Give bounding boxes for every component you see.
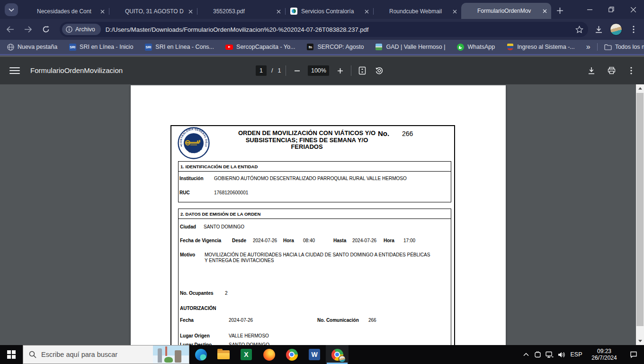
browser-menu-button[interactable] xyxy=(626,22,641,37)
tab-search-button[interactable] xyxy=(5,3,18,16)
rotate-button[interactable] xyxy=(373,64,385,77)
minimize-button[interactable] xyxy=(579,0,600,19)
tab-close-icon[interactable] xyxy=(275,8,282,15)
reload-button[interactable] xyxy=(38,21,54,37)
clock-time: 09:23 xyxy=(585,348,623,355)
tab-necesidades[interactable]: Necesidades de Cont xyxy=(21,4,109,19)
download-button[interactable] xyxy=(591,22,606,37)
clock-date: 26/7/2024 xyxy=(585,355,623,361)
taskbar-explorer-icon[interactable] xyxy=(212,345,235,364)
start-button[interactable] xyxy=(0,345,23,364)
tab-quito[interactable]: QUITO, 31 AGOSTO D xyxy=(109,4,197,19)
tab-close-icon[interactable] xyxy=(187,8,194,15)
bookmark-nueva-pestana[interactable]: Nueva pestaña xyxy=(7,43,57,51)
windows-logo-icon xyxy=(7,350,16,359)
bookmark-label: Ingreso al Sistema -... xyxy=(517,44,575,50)
excel-icon: X xyxy=(241,349,252,360)
action-center-button[interactable] xyxy=(623,345,644,364)
tab-title: 3552053.pdf xyxy=(213,8,273,15)
tab-title: FormularioOrdenMov xyxy=(477,8,539,14)
profile-avatar[interactable] xyxy=(610,23,622,36)
bookmark-gad-valle-hermoso[interactable]: GAD | Valle Hermoso | xyxy=(375,43,445,51)
forward-button[interactable] xyxy=(20,21,36,37)
pdf-document-title: FormularioOrdenMovilizacion xyxy=(30,66,123,74)
chevron-up-icon xyxy=(523,353,529,356)
bookmark-sri-consultas[interactable]: SRI SRI en Línea - Cons... xyxy=(144,43,214,51)
tab-3552053[interactable]: 3552053.pdf xyxy=(197,4,285,19)
bookmark-sri-inicio[interactable]: SRI SRI en Línea - Inicio xyxy=(69,43,133,51)
tab-servicios-contraloria[interactable]: Servicios Contraloría xyxy=(285,4,373,19)
zoom-level-input[interactable]: 100% xyxy=(308,65,329,76)
notification-icon xyxy=(630,351,637,358)
clock[interactable]: 09:23 26/7/2024 xyxy=(585,348,623,361)
tab-close-icon[interactable] xyxy=(541,7,548,15)
tab-close-icon[interactable] xyxy=(363,8,370,15)
address-bar[interactable]: Archivo D:/Users/Master/Downloads/Formul… xyxy=(60,22,588,37)
zoom-in-button[interactable] xyxy=(334,64,346,77)
new-tab-button[interactable] xyxy=(554,5,565,16)
restore-button[interactable] xyxy=(600,0,622,19)
page-number-input[interactable]: 1 xyxy=(256,65,267,76)
hora1-label: Hora xyxy=(283,238,294,243)
tab-formulario-active[interactable]: FormularioOrdenMov xyxy=(461,3,551,19)
windows-taskbar: Escribe aquí para buscar X W xyxy=(0,345,644,364)
taskbar-chrome-icon[interactable] xyxy=(280,345,303,364)
tray-chevron-up[interactable] xyxy=(520,345,532,364)
divider xyxy=(351,65,351,76)
tab-roundcube[interactable]: Roundcube Webmail xyxy=(373,4,461,19)
tray-app-icon[interactable] xyxy=(532,345,544,364)
search-icon xyxy=(29,351,36,358)
taskbar-search-box[interactable]: Escribe aquí para buscar xyxy=(23,345,189,364)
ruc-label: RUC xyxy=(179,190,190,195)
scroll-down-button[interactable] xyxy=(636,337,644,345)
system-tray: ESP 09:23 26/7/2024 xyxy=(520,345,644,364)
url-text[interactable]: D:/Users/Master/Downloads/FormularioOrde… xyxy=(106,26,575,33)
plus-icon xyxy=(337,68,343,74)
taskbar-edge-icon[interactable] xyxy=(189,345,212,364)
zoom-out-button[interactable] xyxy=(291,64,303,77)
ciudad-label: Ciudad xyxy=(180,224,196,229)
volume-icon[interactable] xyxy=(555,345,567,364)
bookmarks-bar: Nueva pestaña SRI SRI en Línea - Inicio … xyxy=(0,40,644,55)
taskbar-word-icon[interactable]: W xyxy=(303,345,326,364)
reload-icon xyxy=(42,26,50,33)
scrollbar-thumb[interactable] xyxy=(636,93,644,326)
fit-page-button[interactable] xyxy=(356,64,368,77)
bookmark-star-icon[interactable] xyxy=(575,26,583,34)
all-bookmarks-button[interactable]: Todos los marcadores xyxy=(604,43,644,51)
page-divider: / xyxy=(271,67,273,74)
desde-label: Desde xyxy=(232,238,246,243)
taskbar-chrome-active[interactable] xyxy=(326,345,349,364)
back-button[interactable] xyxy=(2,21,18,37)
site-info-chip[interactable]: Archivo xyxy=(62,24,101,35)
pdf-menu-button[interactable] xyxy=(9,66,20,75)
network-icon[interactable] xyxy=(544,345,555,364)
back-arrow-icon xyxy=(6,26,14,33)
tab-close-icon[interactable] xyxy=(98,8,106,15)
bookmarks-overflow-button[interactable]: » xyxy=(586,43,590,51)
bookmark-sercopcapacita[interactable]: SercopCapacita - Yo... xyxy=(225,43,295,51)
scroll-up-button[interactable] xyxy=(636,84,644,92)
document-outer-box: CONTRALORÍA GENERAL DEL ESTADO ECUADOR O… xyxy=(170,125,455,345)
search-daily-image[interactable] xyxy=(153,346,189,364)
taskbar-firefox-icon[interactable] xyxy=(258,345,280,364)
vertical-scrollbar[interactable] xyxy=(636,84,644,345)
bookmark-ingreso-sistema[interactable]: Ingreso al Sistema -... xyxy=(506,43,575,51)
pdf-more-button[interactable] xyxy=(625,64,637,77)
more-vertical-icon xyxy=(630,67,632,74)
order-number-label: No. xyxy=(378,129,389,137)
tab-close-icon[interactable] xyxy=(451,8,458,15)
roundcube-favicon xyxy=(378,8,385,15)
taskbar-excel-icon[interactable]: X xyxy=(235,345,258,364)
bookmark-label: SRI en Línea - Cons... xyxy=(155,44,214,50)
language-indicator[interactable]: ESP xyxy=(567,351,585,358)
pdf-toolbar-right xyxy=(585,57,637,84)
bookmark-sercop-agosto[interactable]: fn SERCOP: Agosto xyxy=(306,43,364,51)
window-controls xyxy=(579,0,644,19)
bookmark-whatsapp[interactable]: WhatsApp xyxy=(456,43,495,51)
bookmark-label: Nueva pestaña xyxy=(18,44,57,50)
hasta-value: 2024-07-26 xyxy=(352,238,376,243)
pdf-print-button[interactable] xyxy=(605,64,617,77)
pdf-download-button[interactable] xyxy=(585,64,598,77)
close-button[interactable] xyxy=(622,0,644,19)
